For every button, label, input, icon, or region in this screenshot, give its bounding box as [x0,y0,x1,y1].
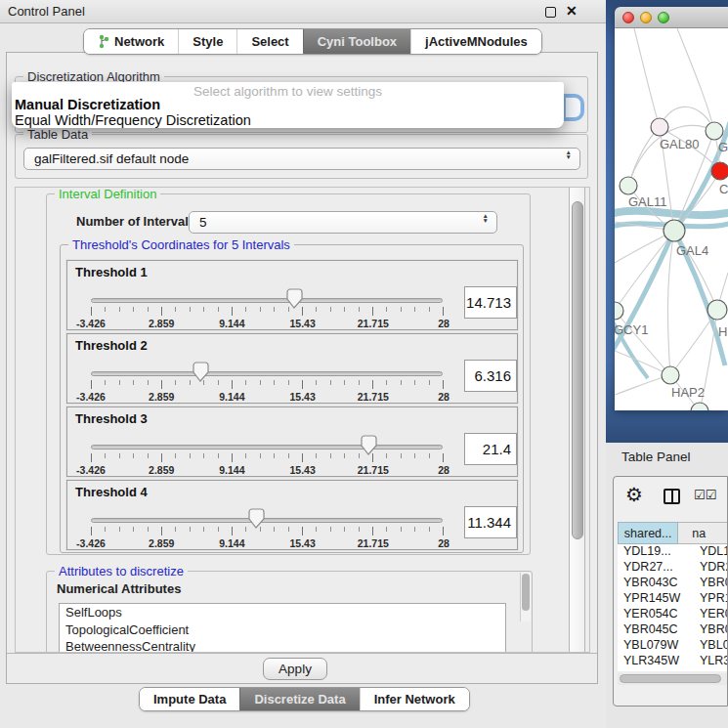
table-row[interactable]: YBL079WYBL0 [618,638,728,654]
slider-track[interactable] [91,371,443,376]
cell-name[interactable]: YDR2 [692,560,728,576]
slider-track[interactable] [91,445,443,450]
threshold-value-field[interactable]: 6.316 [464,360,517,392]
column-header-shared[interactable]: shared... [618,522,678,544]
network-node[interactable] [706,122,723,140]
columns-icon[interactable] [664,489,680,504]
tab-discretize-data[interactable]: Discretize Data [239,688,359,710]
zoom-traffic-light-icon[interactable] [658,12,669,23]
network-node[interactable] [662,366,679,384]
cell-shared-name[interactable]: YBL079W [618,638,692,654]
table-horizontal-scrollbar[interactable] [618,673,727,685]
table-row[interactable]: YBR045CYBR0 [618,622,728,638]
float-window-icon[interactable] [545,7,556,18]
network-node-label: H [718,324,727,339]
close-icon[interactable]: ✕ [566,3,578,19]
cell-shared-name[interactable]: YDL19... [618,544,692,560]
slider-thumb[interactable] [192,362,209,383]
cell-shared-name[interactable]: YDR27... [618,560,692,576]
cell-shared-name[interactable]: YER054C [618,607,692,622]
cell-shared-name[interactable]: YBR045C [618,622,692,638]
network-edge[interactable] [628,127,660,186]
network-edge[interactable] [677,28,714,131]
attributes-list-scrollbar[interactable] [520,573,531,621]
slider-thumb[interactable] [360,435,377,456]
attribute-list-item[interactable]: SelfLoops [60,604,505,621]
dropdown-option-equal-width-frequency[interactable]: Equal Width/Frequency Discretization [15,112,251,128]
threshold-slider[interactable]: -3.4262.8599.14415.4321.71528 [91,362,443,403]
table-row[interactable]: YDR27...YDR2 [618,560,728,576]
tick-label: 28 [438,391,450,403]
threshold-value-field[interactable]: 11.344 [464,506,517,538]
cell-name[interactable]: YLR3 [692,654,728,669]
group-title-table-data: Table Data [23,127,92,142]
settings-vertical-scrollbar[interactable] [569,188,585,653]
table-row[interactable]: YER054CYER0 [618,607,728,622]
cell-shared-name[interactable]: YIL052C [618,669,692,671]
cell-name[interactable]: YPR1 [692,591,728,607]
threshold-label: Threshold 3 [75,411,148,426]
tab-select[interactable]: Select [236,29,302,54]
tick-label: -3.426 [76,537,106,549]
table-data-combobox[interactable]: galFiltered.sif default node ▲▼ [23,148,580,170]
algorithm-combobox[interactable] [565,97,581,118]
cell-name[interactable]: YBR0 [692,576,728,591]
number-of-intervals-spinner[interactable]: 5 ▲▼ [189,211,497,234]
slider-thumb[interactable] [285,288,303,310]
scrollbar-thumb[interactable] [522,574,530,611]
threshold-value-field[interactable]: 14.713 [464,286,517,319]
threshold-slider[interactable]: -3.4262.8599.14415.4321.71528 [91,435,443,476]
cell-name[interactable]: YER0 [692,607,728,622]
gear-icon[interactable]: ⚙ [625,483,643,506]
tab-cyni-toolbox[interactable]: Cyni Toolbox [303,29,410,54]
table-row[interactable]: YIL052CYIL0 [618,669,728,671]
cell-name[interactable]: YIL0 [692,669,728,671]
network-node[interactable] [711,162,728,180]
cell-name[interactable]: YBR0 [692,622,728,638]
tab-network[interactable]: Network [84,29,178,54]
attribute-list-item[interactable]: TopologicalCoefficient [60,621,505,639]
table-row[interactable]: YPR145WYPR1 [618,591,728,607]
network-node[interactable] [664,220,685,241]
tab-style[interactable]: Style [178,29,236,54]
table-row[interactable]: YLR345WYLR3 [618,654,728,669]
numerical-attributes-list[interactable]: SelfLoopsTopologicalCoefficientBetweenne… [59,603,506,653]
cell-name[interactable]: YBL0 [692,638,728,654]
spinner-arrows-icon: ▲▼ [566,150,572,159]
network-node[interactable] [651,118,668,136]
network-window-titlebar[interactable] [615,7,728,28]
tab-jactivemnodules[interactable]: jActiveMNodules [410,29,541,54]
threshold-slider[interactable]: -3.4262.8599.14415.4321.71528 [91,508,443,549]
tick-label: -3.426 [76,391,106,403]
slider-track[interactable] [91,518,443,523]
cell-shared-name[interactable]: YPR145W [618,591,692,607]
network-canvas[interactable]: GAL80GACGAL11GAL4GCY1HHAP2 [615,28,728,410]
scrollbar-thumb[interactable] [620,674,721,683]
threshold-slider[interactable]: -3.4262.8599.14415.4321.71528 [91,288,443,329]
checkbox-icons[interactable]: ☑☑ [694,488,716,502]
threshold-value-field[interactable]: 21.4 [464,433,517,465]
apply-button[interactable]: Apply [263,658,327,680]
network-edge[interactable] [615,231,674,311]
tab-infer-network[interactable]: Infer Network [360,688,469,710]
table-row[interactable]: YBR043CYBR0 [618,576,728,591]
close-traffic-light-icon[interactable] [622,12,634,23]
column-header-name[interactable]: na [678,522,728,544]
slider-track[interactable] [91,298,443,303]
cell-name[interactable]: YDL1 [692,544,728,560]
network-node[interactable] [615,302,623,320]
slider-thumb[interactable] [247,508,265,530]
network-edge[interactable] [634,28,660,127]
minimize-traffic-light-icon[interactable] [640,12,652,23]
network-node[interactable] [707,300,727,320]
network-node[interactable] [620,177,637,194]
network-edge[interactable] [667,231,674,375]
tick-label: 9.144 [219,318,244,329]
tab-impute-data[interactable]: Impute Data [140,688,239,710]
table-row[interactable]: YDL19...YDL1 [618,544,728,560]
attribute-list-item[interactable]: BetweennessCentrality [60,638,505,653]
cell-shared-name[interactable]: YLR345W [618,654,692,669]
dropdown-option-manual-discretization[interactable]: Manual Discretization [15,97,160,112]
cell-shared-name[interactable]: YBR043C [618,576,692,591]
scrollbar-thumb[interactable] [572,201,583,539]
